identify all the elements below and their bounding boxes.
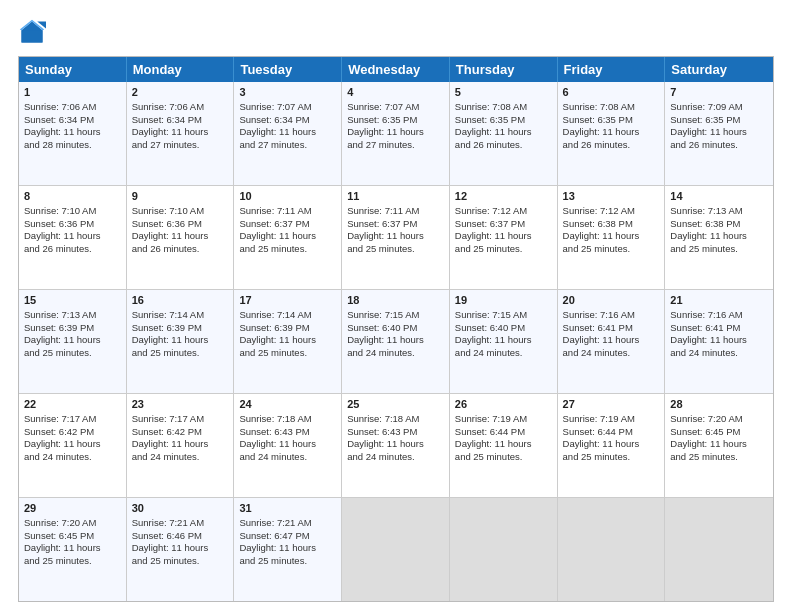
day-cell-14: 14Sunrise: 7:13 AMSunset: 6:38 PMDayligh… xyxy=(665,186,773,289)
day-info-line: and 25 minutes. xyxy=(347,243,415,254)
day-info-line: Sunrise: 7:10 AM xyxy=(132,205,204,216)
day-number: 17 xyxy=(239,293,336,308)
day-info-line: Sunset: 6:47 PM xyxy=(239,530,309,541)
day-info-line: and 26 minutes. xyxy=(132,243,200,254)
day-info-line: and 25 minutes. xyxy=(563,451,631,462)
day-info-line: Sunrise: 7:17 AM xyxy=(24,413,96,424)
day-info-line: Daylight: 11 hours xyxy=(455,230,532,241)
day-info-line: and 25 minutes. xyxy=(670,451,738,462)
day-info-line: Daylight: 11 hours xyxy=(670,438,747,449)
empty-cell xyxy=(558,498,666,601)
day-info-line: Sunset: 6:40 PM xyxy=(455,322,525,333)
page: SundayMondayTuesdayWednesdayThursdayFrid… xyxy=(0,0,792,612)
day-info-line: and 25 minutes. xyxy=(132,555,200,566)
day-info-line: and 27 minutes. xyxy=(347,139,415,150)
day-info-line: Daylight: 11 hours xyxy=(239,126,316,137)
header-day-thursday: Thursday xyxy=(450,57,558,82)
day-number: 27 xyxy=(563,397,660,412)
day-info-line: Sunset: 6:41 PM xyxy=(563,322,633,333)
day-info-line: Sunset: 6:38 PM xyxy=(670,218,740,229)
day-info-line: Sunset: 6:37 PM xyxy=(347,218,417,229)
day-cell-11: 11Sunrise: 7:11 AMSunset: 6:37 PMDayligh… xyxy=(342,186,450,289)
day-info-line: and 25 minutes. xyxy=(239,243,307,254)
day-info-line: Daylight: 11 hours xyxy=(455,334,532,345)
day-info-line: Daylight: 11 hours xyxy=(24,230,101,241)
logo xyxy=(18,18,50,46)
day-info-line: Sunrise: 7:20 AM xyxy=(670,413,742,424)
day-info-line: Sunset: 6:37 PM xyxy=(239,218,309,229)
day-info-line: and 25 minutes. xyxy=(563,243,631,254)
day-info-line: Daylight: 11 hours xyxy=(132,438,209,449)
day-info-line: and 28 minutes. xyxy=(24,139,92,150)
day-info-line: and 25 minutes. xyxy=(455,243,523,254)
day-cell-22: 22Sunrise: 7:17 AMSunset: 6:42 PMDayligh… xyxy=(19,394,127,497)
day-info-line: Sunrise: 7:18 AM xyxy=(347,413,419,424)
day-cell-29: 29Sunrise: 7:20 AMSunset: 6:45 PMDayligh… xyxy=(19,498,127,601)
day-cell-15: 15Sunrise: 7:13 AMSunset: 6:39 PMDayligh… xyxy=(19,290,127,393)
day-info-line: Daylight: 11 hours xyxy=(24,334,101,345)
day-number: 29 xyxy=(24,501,121,516)
day-cell-10: 10Sunrise: 7:11 AMSunset: 6:37 PMDayligh… xyxy=(234,186,342,289)
calendar-row-3: 15Sunrise: 7:13 AMSunset: 6:39 PMDayligh… xyxy=(19,289,773,393)
day-info-line: Daylight: 11 hours xyxy=(670,126,747,137)
day-info-line: Sunset: 6:35 PM xyxy=(670,114,740,125)
day-info-line: and 24 minutes. xyxy=(670,347,738,358)
day-number: 13 xyxy=(563,189,660,204)
day-info-line: and 24 minutes. xyxy=(24,451,92,462)
day-info-line: Sunset: 6:36 PM xyxy=(132,218,202,229)
day-number: 31 xyxy=(239,501,336,516)
day-info-line: Sunset: 6:44 PM xyxy=(455,426,525,437)
day-info-line: Sunset: 6:34 PM xyxy=(239,114,309,125)
day-info-line: Sunset: 6:34 PM xyxy=(132,114,202,125)
day-number: 18 xyxy=(347,293,444,308)
day-cell-16: 16Sunrise: 7:14 AMSunset: 6:39 PMDayligh… xyxy=(127,290,235,393)
day-info-line: Sunrise: 7:07 AM xyxy=(347,101,419,112)
empty-cell xyxy=(665,498,773,601)
day-info-line: Sunrise: 7:15 AM xyxy=(455,309,527,320)
day-info-line: and 25 minutes. xyxy=(455,451,523,462)
day-info-line: Sunset: 6:38 PM xyxy=(563,218,633,229)
day-number: 7 xyxy=(670,85,768,100)
day-info-line: and 25 minutes. xyxy=(239,555,307,566)
header xyxy=(18,18,774,46)
day-number: 19 xyxy=(455,293,552,308)
day-info-line: Daylight: 11 hours xyxy=(347,438,424,449)
day-info-line: Sunset: 6:41 PM xyxy=(670,322,740,333)
day-info-line: Daylight: 11 hours xyxy=(563,230,640,241)
day-info-line: Sunrise: 7:19 AM xyxy=(455,413,527,424)
day-info-line: Sunrise: 7:12 AM xyxy=(563,205,635,216)
day-info-line: and 27 minutes. xyxy=(132,139,200,150)
day-info-line: Sunset: 6:35 PM xyxy=(455,114,525,125)
day-info-line: and 24 minutes. xyxy=(239,451,307,462)
day-number: 5 xyxy=(455,85,552,100)
day-number: 25 xyxy=(347,397,444,412)
day-cell-12: 12Sunrise: 7:12 AMSunset: 6:37 PMDayligh… xyxy=(450,186,558,289)
header-day-saturday: Saturday xyxy=(665,57,773,82)
day-info-line: Daylight: 11 hours xyxy=(239,438,316,449)
day-info-line: Daylight: 11 hours xyxy=(563,438,640,449)
day-info-line: Sunset: 6:44 PM xyxy=(563,426,633,437)
day-number: 28 xyxy=(670,397,768,412)
day-info-line: Daylight: 11 hours xyxy=(563,334,640,345)
day-cell-25: 25Sunrise: 7:18 AMSunset: 6:43 PMDayligh… xyxy=(342,394,450,497)
day-cell-23: 23Sunrise: 7:17 AMSunset: 6:42 PMDayligh… xyxy=(127,394,235,497)
day-info-line: Sunset: 6:42 PM xyxy=(132,426,202,437)
day-info-line: Daylight: 11 hours xyxy=(24,542,101,553)
day-info-line: and 24 minutes. xyxy=(563,347,631,358)
day-info-line: Sunset: 6:43 PM xyxy=(239,426,309,437)
day-number: 2 xyxy=(132,85,229,100)
day-cell-2: 2Sunrise: 7:06 AMSunset: 6:34 PMDaylight… xyxy=(127,82,235,185)
day-number: 6 xyxy=(563,85,660,100)
day-info-line: Sunrise: 7:16 AM xyxy=(563,309,635,320)
day-info-line: Sunrise: 7:21 AM xyxy=(239,517,311,528)
day-number: 20 xyxy=(563,293,660,308)
day-number: 30 xyxy=(132,501,229,516)
day-info-line: Sunrise: 7:07 AM xyxy=(239,101,311,112)
day-info-line: and 25 minutes. xyxy=(132,347,200,358)
day-cell-24: 24Sunrise: 7:18 AMSunset: 6:43 PMDayligh… xyxy=(234,394,342,497)
day-number: 24 xyxy=(239,397,336,412)
calendar-body: 1Sunrise: 7:06 AMSunset: 6:34 PMDaylight… xyxy=(19,82,773,601)
day-number: 15 xyxy=(24,293,121,308)
day-info-line: Daylight: 11 hours xyxy=(670,230,747,241)
day-info-line: Sunrise: 7:21 AM xyxy=(132,517,204,528)
